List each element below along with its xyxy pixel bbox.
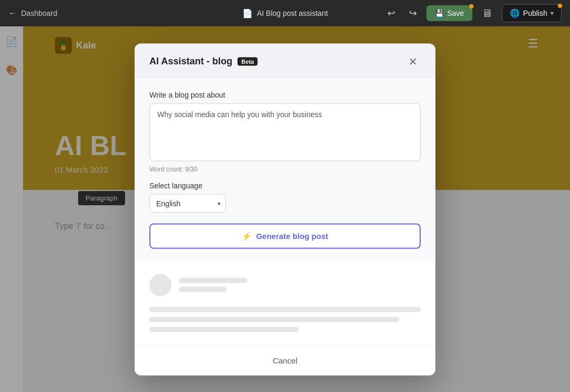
page-title: AI Blog post assistant bbox=[257, 9, 328, 17]
generate-button[interactable]: ⚡ Generate blog post bbox=[149, 223, 421, 248]
save-icon: 💾 bbox=[435, 9, 444, 17]
monitor-button[interactable]: 🖥 bbox=[478, 5, 497, 22]
skeleton-loading-area bbox=[135, 261, 435, 345]
topic-textarea[interactable] bbox=[149, 103, 421, 161]
generate-label: Generate blog post bbox=[256, 232, 328, 241]
save-button[interactable]: 💾 Save bbox=[426, 5, 472, 21]
skeleton-content-line-3 bbox=[149, 327, 299, 332]
skeleton-content-line-1 bbox=[149, 307, 421, 312]
modal-footer: Cancel bbox=[135, 345, 435, 375]
skeleton-content-line-2 bbox=[149, 317, 399, 322]
skeleton-name-line-2 bbox=[179, 287, 226, 292]
word-count: Word count: 9/30 bbox=[149, 165, 421, 173]
skeleton-avatar-row bbox=[149, 274, 421, 296]
skeleton-name-lines bbox=[179, 278, 248, 292]
back-arrow-icon: ← bbox=[8, 8, 17, 18]
ai-assistant-modal: AI Assistant - blog Beta ✕ Write a blog … bbox=[135, 43, 435, 375]
globe-icon: 🌐 bbox=[510, 8, 520, 18]
lightning-icon: ⚡ bbox=[242, 231, 252, 241]
skeleton-content-lines bbox=[149, 307, 421, 332]
save-label: Save bbox=[447, 9, 464, 17]
monitor-icon: 🖥 bbox=[482, 7, 492, 19]
cancel-button[interactable]: Cancel bbox=[264, 353, 306, 367]
page-doc-icon: 📄 bbox=[242, 8, 253, 18]
modal-title-group: AI Assistant - blog Beta bbox=[149, 56, 258, 67]
topic-label: Write a blog post about bbox=[149, 90, 421, 99]
toolbar: ← Dashboard 📄 AI Blog post assistant ↩ ↪… bbox=[0, 0, 570, 26]
skeleton-avatar-circle bbox=[149, 274, 172, 296]
language-select[interactable]: English Spanish French German Italian bbox=[149, 194, 226, 213]
toolbar-left: ← Dashboard bbox=[8, 8, 58, 18]
skeleton-name-line-1 bbox=[179, 278, 248, 283]
publish-notification-dot bbox=[558, 4, 562, 8]
toolbar-right: ↩ ↪ 💾 Save 🖥 🌐 Publish ▾ bbox=[383, 4, 562, 22]
publish-chevron-icon: ▾ bbox=[550, 9, 554, 17]
undo-button[interactable]: ↩ bbox=[383, 5, 400, 21]
save-notification-dot bbox=[469, 4, 473, 8]
publish-button[interactable]: 🌐 Publish ▾ bbox=[502, 4, 562, 22]
language-label: Select language bbox=[149, 181, 421, 189]
language-select-wrapper: English Spanish French German Italian ▾ bbox=[149, 194, 226, 213]
toolbar-center: 📄 AI Blog post assistant bbox=[242, 8, 328, 18]
modal-body: Write a blog post about Word count: 9/30… bbox=[135, 78, 435, 261]
publish-label: Publish bbox=[523, 9, 547, 17]
dashboard-label[interactable]: Dashboard bbox=[21, 9, 58, 17]
modal-header: AI Assistant - blog Beta ✕ bbox=[135, 43, 435, 78]
modal-close-button[interactable]: ✕ bbox=[405, 55, 421, 68]
redo-button[interactable]: ↪ bbox=[405, 5, 421, 21]
modal-title: AI Assistant - blog bbox=[149, 56, 232, 67]
beta-badge: Beta bbox=[238, 57, 258, 65]
main-area: 📄 🎨 🍍 Kale ☰ AI BL 01 March 2023 Paragra… bbox=[0, 26, 570, 392]
